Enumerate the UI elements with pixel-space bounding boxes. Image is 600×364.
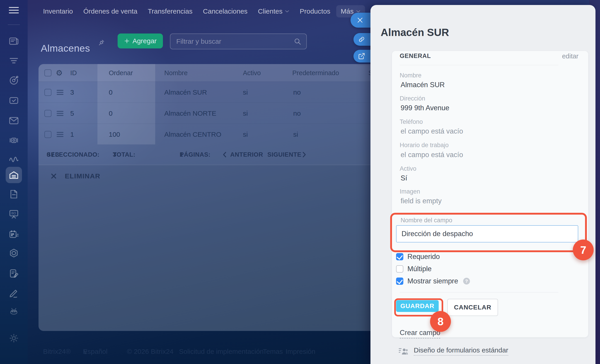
table-row[interactable]: 5 0 Almacén NORTE si no bbox=[38, 102, 378, 124]
footer-language-select[interactable]: Español ∨ bbox=[83, 348, 88, 356]
nav-item-ordenes[interactable]: Órdenes de venta bbox=[83, 8, 138, 15]
column-header-predeterminado[interactable]: Predeterminado bbox=[292, 69, 339, 76]
field-value-empty: el campo está vacío bbox=[401, 151, 463, 159]
chevron-down-icon bbox=[356, 10, 360, 13]
pencil-sign-icon[interactable] bbox=[8, 287, 20, 299]
menu-hamburger-icon[interactable] bbox=[8, 6, 20, 15]
cancel-button[interactable]: CANCELAR bbox=[447, 299, 498, 316]
table-settings-gear-icon[interactable]: ⚙ bbox=[56, 68, 63, 77]
chevron-right-icon[interactable] bbox=[302, 152, 306, 158]
create-field-link[interactable]: Crear campo bbox=[400, 329, 440, 338]
field-name-input[interactable] bbox=[396, 225, 578, 242]
table-header-row: ⚙ ID Ordenar Nombre Activo Predeterminad… bbox=[38, 64, 378, 82]
checkbox-checked-icon[interactable] bbox=[396, 253, 403, 260]
news-icon[interactable] bbox=[8, 36, 20, 47]
target-key-icon[interactable] bbox=[8, 74, 20, 86]
nav-item-transferencias[interactable]: Transferencias bbox=[148, 8, 192, 15]
edit-link[interactable]: editar bbox=[562, 53, 579, 60]
warehouses-table: ⚙ ID Ordenar Nombre Activo Predeterminad… bbox=[38, 64, 378, 331]
field-value-empty: field is empty bbox=[401, 197, 442, 205]
footer-implementation-link[interactable]: Solicitud de implementación bbox=[179, 348, 264, 355]
help-icon[interactable]: ? bbox=[463, 278, 470, 284]
drag-handle-icon[interactable] bbox=[57, 110, 64, 117]
field-value-empty: el campo está vacío bbox=[401, 127, 463, 135]
column-header-activo[interactable]: Activo bbox=[243, 69, 261, 76]
signature-squiggle-icon[interactable] bbox=[8, 153, 20, 164]
select-all-checkbox[interactable] bbox=[44, 69, 51, 76]
chevron-down-icon bbox=[285, 10, 289, 13]
search-icon[interactable] bbox=[294, 37, 301, 45]
link-icon bbox=[358, 36, 365, 43]
cell-order: 0 bbox=[109, 89, 112, 96]
annotation-step-badge: 7 bbox=[573, 239, 594, 260]
filter-funnel-icon[interactable] bbox=[8, 55, 20, 67]
drag-handle-icon[interactable] bbox=[57, 131, 64, 138]
camera-box-icon[interactable] bbox=[8, 135, 20, 146]
column-header-id[interactable]: ID bbox=[70, 69, 77, 76]
planner-icon[interactable] bbox=[8, 229, 20, 240]
x-icon bbox=[50, 173, 57, 180]
panel-title: Almacén SUR bbox=[381, 26, 449, 38]
checkbox-row-requerido[interactable]: Requerido bbox=[396, 253, 440, 261]
drag-handle-icon[interactable] bbox=[57, 89, 64, 96]
footer-themes-link[interactable]: Temas bbox=[263, 348, 283, 355]
cell-active: si bbox=[243, 89, 248, 96]
general-card bbox=[392, 51, 588, 337]
form-layout-link[interactable]: Diseño de formularios estándar bbox=[398, 346, 508, 356]
pin-icon[interactable] bbox=[97, 39, 105, 48]
hexagon-icon[interactable] bbox=[8, 247, 20, 259]
table-row[interactable]: 1 100 Almacén CENTRO si si bbox=[38, 124, 378, 145]
total-count: TOTAL: 3 bbox=[113, 151, 116, 158]
cell-default: no bbox=[293, 109, 301, 117]
annotation-step-badge: 8 bbox=[430, 311, 451, 332]
form-users-icon bbox=[398, 346, 409, 356]
sidebar-divider bbox=[8, 24, 20, 25]
pages-count: PÁGINAS: 1 bbox=[180, 151, 183, 158]
row-checkbox[interactable] bbox=[44, 89, 51, 96]
nav-item-productos[interactable]: Productos bbox=[300, 8, 330, 15]
row-checkbox[interactable] bbox=[44, 131, 51, 138]
column-header-nombre[interactable]: Nombre bbox=[164, 69, 188, 76]
field-label: Activo bbox=[400, 165, 416, 172]
presentation-board-icon[interactable]: BO bbox=[8, 208, 20, 220]
cell-name: Almacén NORTE bbox=[164, 109, 216, 117]
task-check-icon[interactable] bbox=[8, 95, 20, 106]
chevron-left-icon[interactable] bbox=[223, 152, 227, 158]
sidebar: BO bbox=[0, 0, 28, 364]
settings-gear-icon[interactable] bbox=[8, 332, 20, 344]
nav-item-inventario[interactable]: Inventario bbox=[43, 8, 73, 15]
row-checkbox[interactable] bbox=[44, 110, 51, 117]
footer-brand[interactable]: Bitrix24® bbox=[43, 348, 71, 355]
nav-item-clientes[interactable]: Clientes bbox=[258, 8, 289, 15]
add-button[interactable]: Agregar bbox=[118, 34, 163, 48]
document-icon[interactable] bbox=[8, 189, 20, 200]
mail-icon[interactable] bbox=[8, 115, 20, 127]
cell-active: si bbox=[243, 131, 248, 138]
field-value: 999 9th Avenue bbox=[401, 104, 449, 112]
field-name-label: Nombre del campo bbox=[401, 217, 452, 224]
next-page-button[interactable]: SIGUIENTE bbox=[267, 151, 301, 158]
prev-page-button[interactable]: ANTERIOR bbox=[230, 151, 263, 158]
checkbox-checked-icon[interactable] bbox=[396, 278, 403, 285]
external-link-icon bbox=[358, 53, 365, 60]
nav-item-cancelaciones[interactable]: Cancelaciones bbox=[203, 8, 248, 15]
save-button[interactable]: GUARDAR bbox=[396, 300, 439, 312]
cell-id: 1 bbox=[70, 131, 74, 138]
app-window: BO Inventario Órdenes de venta Transfere… bbox=[0, 0, 600, 364]
document-edit-icon[interactable] bbox=[8, 268, 20, 279]
checkbox-row-mostrar-siempre[interactable]: Mostrar siempre ? bbox=[396, 277, 470, 285]
checkbox-row-multiple[interactable]: Múltiple bbox=[396, 265, 432, 273]
page-title: Almacenes bbox=[41, 43, 90, 54]
checkbox-unchecked-icon[interactable] bbox=[396, 265, 403, 273]
delete-button[interactable]: ELIMINAR bbox=[50, 172, 100, 180]
table-row[interactable]: 3 0 Almacén SUR si no bbox=[38, 82, 378, 103]
cell-order: 0 bbox=[109, 109, 112, 117]
footer-print-link[interactable]: Impresión bbox=[285, 348, 315, 355]
column-header-ordenar[interactable]: Ordenar bbox=[109, 69, 133, 76]
section-title: GENERAL bbox=[400, 53, 431, 60]
checkbox-label: Múltiple bbox=[407, 265, 432, 273]
search-input[interactable] bbox=[170, 37, 294, 45]
cell-name: Almacén SUR bbox=[164, 89, 207, 96]
robot-icon[interactable] bbox=[8, 306, 20, 317]
warehouse-icon[interactable] bbox=[8, 169, 20, 181]
